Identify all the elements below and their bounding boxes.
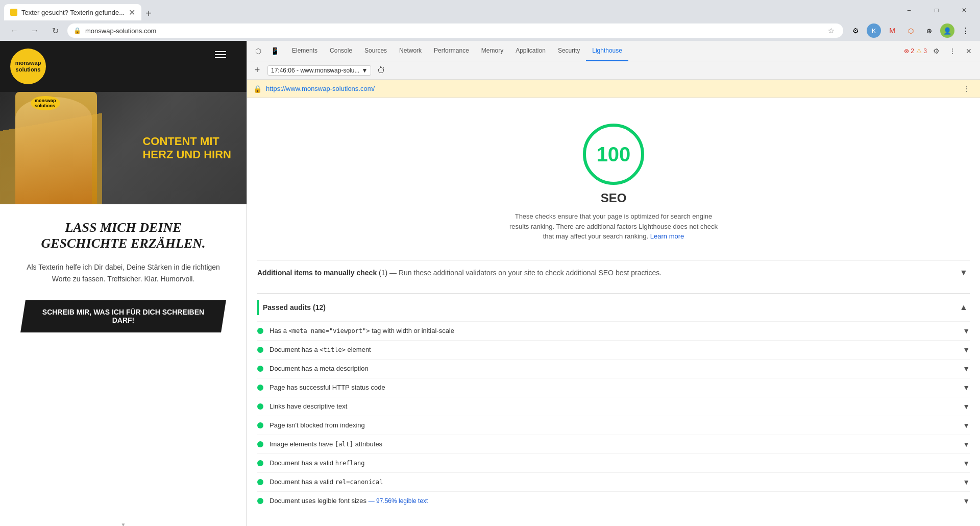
tab-close-button[interactable]: ✕ — [129, 8, 135, 17]
session-selector[interactable]: 17:46:06 - www.monswap-solu... ▼ — [267, 65, 371, 76]
tab-performance[interactable]: Performance — [428, 41, 475, 61]
logo-area: monswap solutions — [10, 49, 46, 84]
main-content: monswap solutions — [0, 41, 980, 526]
url-more-button[interactable]: ⋮ — [960, 82, 974, 96]
audit-chevron-title: ▼ — [963, 346, 970, 354]
back-button[interactable]: ← — [6, 22, 22, 39]
new-tab-button[interactable]: + — [141, 6, 156, 20]
logo-text-line1: monswap — [15, 60, 41, 66]
extension-icon-1[interactable]: ⬡ — [902, 22, 919, 39]
audit-item-meta-desc[interactable]: Document has a meta description ▼ — [257, 359, 970, 378]
hamburger-line — [215, 57, 226, 58]
bookmark-button[interactable]: ☆ — [825, 25, 837, 37]
audit-item-font-sizes[interactable]: Document uses legible font sizes — 97.56… — [257, 491, 970, 510]
security-warning-icon: 🔒 — [253, 85, 262, 93]
tab-console[interactable]: Console — [324, 41, 358, 61]
extension-icon-2[interactable]: ⊕ — [921, 22, 937, 39]
audit-item-http-status[interactable]: Page has successful HTTP status code ▼ — [257, 378, 970, 397]
hamburger-line — [215, 51, 226, 52]
manual-section-header[interactable]: Additional items to manually check (1) —… — [257, 260, 970, 285]
active-tab[interactable]: Texter gesucht? Texterin gefunde... ✕ — [4, 4, 141, 20]
audit-font-note: — 97.56% legible text — [369, 497, 428, 505]
user-account-button[interactable]: 👤 — [939, 22, 955, 39]
audit-dot-title — [257, 347, 263, 353]
settings-button[interactable]: ⚙ — [929, 44, 943, 58]
audit-dot-link-text — [257, 403, 263, 410]
audit-item-canonical[interactable]: Document has a valid rel=canonical ▼ — [257, 472, 970, 491]
maximize-button[interactable]: □ — [925, 2, 948, 18]
passed-section-header[interactable]: Passed audits (12) ▲ — [257, 293, 970, 321]
error-badge: ⊗ 2 — [904, 47, 914, 55]
tab-security-label: Security — [558, 47, 580, 54]
close-button[interactable]: ✕ — [952, 2, 976, 18]
score-number: 100 — [597, 143, 631, 166]
address-text: monswap-solutions.com — [85, 27, 156, 35]
audit-item-link-text-text: Links have descriptive text — [270, 402, 957, 410]
passed-section-divider — [257, 300, 259, 315]
window-controls: – □ ✕ — [897, 2, 976, 18]
devtools-secondary-bar: + 17:46:06 - www.monswap-solu... ▼ ⏱ — [247, 61, 980, 80]
lock-icon: 🔒 — [74, 27, 81, 34]
menu-button[interactable]: ⋮ — [958, 22, 974, 39]
audit-item-link-text[interactable]: Links have descriptive text ▼ — [257, 397, 970, 416]
tab-sources[interactable]: Sources — [358, 41, 393, 61]
audit-item-alt-text[interactable]: Image elements have [alt] attributes ▼ — [257, 435, 970, 453]
audit-item-meta-desc-text: Document has a meta description — [270, 365, 957, 372]
audit-chevron-hreflang: ▼ — [963, 459, 970, 467]
user-avatar: 👤 — [940, 23, 954, 38]
profile-area[interactable]: K — [866, 22, 882, 39]
learn-more-link[interactable]: Learn more — [650, 232, 684, 240]
hero-text-line2: HERZ UND HIRN — [142, 148, 231, 161]
reload-button[interactable]: ↻ — [47, 22, 63, 39]
devtools-panel: ⬡ 📱 Elements Console Sources Network — [247, 41, 980, 526]
inspect-element-button[interactable]: ⬡ — [251, 44, 265, 58]
tab-security[interactable]: Security — [552, 41, 586, 61]
device-mode-button[interactable]: 📱 — [267, 44, 282, 58]
score-circle: 100 — [583, 124, 644, 185]
tab-memory[interactable]: Memory — [475, 41, 509, 61]
hamburger-line — [215, 54, 226, 55]
audit-chevron-viewport: ▼ — [963, 327, 970, 335]
audit-item-hreflang[interactable]: Document has a valid hreflang ▼ — [257, 453, 970, 472]
audit-chevron-http-status: ▼ — [963, 384, 970, 392]
tab-console-label: Console — [330, 47, 352, 54]
audit-item-canonical-text: Document has a valid rel=canonical — [270, 478, 957, 486]
more-tools-button[interactable]: ⋮ — [945, 44, 960, 58]
passed-section-title: Passed audits (12) — [263, 303, 958, 312]
minimize-button[interactable]: – — [897, 2, 921, 18]
forward-button[interactable]: → — [27, 22, 43, 39]
audit-item-indexing[interactable]: Page isn't blocked from indexing ▼ — [257, 416, 970, 435]
tab-application-label: Application — [516, 47, 546, 54]
manual-section-chevron-down[interactable]: ▼ — [958, 267, 970, 279]
address-bar[interactable]: 🔒 monswap-solutions.com ☆ — [67, 23, 843, 38]
audit-item-viewport[interactable]: Has a <meta name="viewport"> tag with wi… — [257, 321, 970, 340]
passed-section-chevron-up[interactable]: ▲ — [958, 301, 970, 314]
manual-section-title: Additional items to manually check (1) —… — [257, 269, 958, 277]
add-session-button[interactable]: + — [251, 64, 263, 77]
gmail-icon[interactable]: M — [884, 22, 900, 39]
website-preview: monswap solutions — [0, 41, 247, 526]
tab-application[interactable]: Application — [509, 41, 552, 61]
cta-button[interactable]: SCHREIB MIR, WAS ICH FÜR DICH SCHREIBEN … — [20, 300, 226, 332]
audit-dot-font-sizes — [257, 498, 263, 504]
tab-sources-label: Sources — [364, 47, 387, 54]
tab-area: Texter gesucht? Texterin gefunde... ✕ + — [4, 0, 897, 20]
nav-bar: ← → ↻ 🔒 monswap-solutions.com ☆ ⚙ K M ⬡ … — [0, 20, 980, 41]
history-button[interactable]: ⏱ — [375, 64, 387, 77]
audit-item-title[interactable]: Document has a <title> element ▼ — [257, 340, 970, 359]
tab-performance-label: Performance — [434, 47, 469, 54]
tab-lighthouse[interactable]: Lighthouse — [586, 41, 628, 61]
hamburger-menu[interactable] — [215, 51, 226, 58]
audit-chevron-meta-desc: ▼ — [963, 365, 970, 373]
devtools-tool-icons: ⬡ 📱 — [247, 44, 286, 58]
tab-network[interactable]: Network — [393, 41, 428, 61]
hero-image: CONTENT MIT HERZ UND HIRN monswapsolutio… — [0, 92, 247, 204]
resize-handle[interactable]: ▼ — [116, 523, 131, 526]
logo-text-line2: solutions — [16, 66, 41, 73]
tab-elements[interactable]: Elements — [286, 41, 324, 61]
close-devtools-button[interactable]: ✕ — [962, 44, 976, 58]
site-headline: LASS MICH DEINE GESCHICHTE ERZÄHLEN. — [20, 220, 226, 251]
extensions-button[interactable]: ⚙ — [847, 22, 864, 39]
score-section: 100 SEO These checks ensure that your pa… — [257, 108, 970, 252]
devtools-tab-actions: ⊗ 2 ⚠ 3 ⚙ ⋮ ✕ — [900, 44, 980, 58]
